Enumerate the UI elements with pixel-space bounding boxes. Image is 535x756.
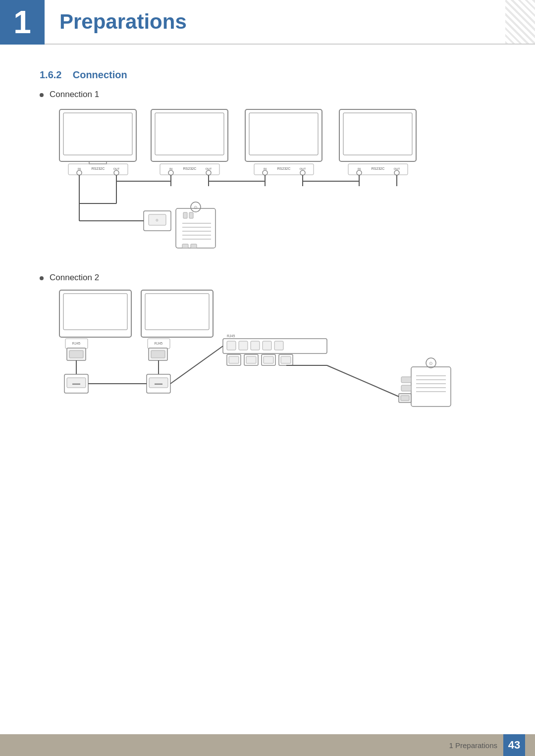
svg-line-109 [170, 346, 223, 384]
svg-text:OUT: OUT [394, 167, 400, 170]
page-footer: 1 Preparations 43 [0, 734, 535, 756]
connection2-svg: RJ45 RJ45 ▬▬ ▬▬ [54, 288, 461, 421]
svg-rect-98 [263, 341, 271, 350]
svg-rect-80 [69, 351, 83, 358]
page-number: 43 [503, 734, 525, 756]
svg-text:IN: IN [358, 167, 361, 170]
connection2-diagram: RJ45 RJ45 ▬▬ ▬▬ [54, 288, 495, 421]
bullet-dot [40, 93, 44, 97]
main-content: 1.6.2 Connection Connection 1 RS232C IN … [0, 45, 535, 456]
svg-rect-104 [246, 356, 256, 363]
header-stripe-decoration [505, 0, 535, 45]
svg-rect-37 [343, 113, 412, 155]
svg-rect-76 [145, 294, 209, 330]
svg-rect-108 [281, 356, 291, 363]
svg-rect-95 [227, 341, 236, 350]
svg-rect-15 [155, 113, 224, 155]
svg-rect-102 [229, 356, 239, 363]
svg-line-122 [327, 365, 399, 397]
svg-rect-1 [63, 113, 132, 155]
svg-text:RS232C: RS232C [372, 167, 384, 170]
svg-rect-61 [189, 212, 193, 218]
svg-rect-99 [274, 341, 283, 350]
svg-text:RJ45: RJ45 [72, 342, 80, 345]
svg-rect-74 [63, 294, 127, 330]
svg-rect-36 [339, 109, 416, 161]
svg-text:OUT: OUT [300, 167, 306, 170]
svg-text:⊙: ⊙ [156, 218, 159, 222]
svg-text:RS232C: RS232C [277, 167, 290, 170]
svg-rect-106 [264, 356, 273, 363]
section-heading: 1.6.2 Connection [40, 69, 495, 81]
svg-rect-26 [249, 113, 318, 155]
svg-text:RS232C: RS232C [183, 167, 196, 170]
svg-rect-85 [151, 351, 165, 358]
svg-rect-73 [59, 290, 131, 337]
svg-rect-14 [151, 109, 228, 161]
svg-text:⊙: ⊙ [194, 205, 198, 210]
svg-rect-97 [251, 341, 260, 350]
svg-rect-67 [182, 244, 188, 248]
page-header: 1 Preparations [0, 0, 535, 45]
svg-rect-59 [176, 208, 215, 248]
svg-text:⊙: ⊙ [429, 361, 433, 366]
connection1-label: Connection 1 [50, 90, 99, 100]
svg-rect-121 [401, 396, 409, 401]
connection1-diagram: RS232C IN OUT RS232C IN OUT [54, 104, 495, 258]
connection2-bullet: Connection 2 [40, 273, 495, 283]
svg-rect-96 [239, 341, 248, 350]
svg-rect-75 [141, 290, 213, 337]
chapter-number-block: 1 [0, 0, 45, 45]
svg-rect-60 [183, 212, 187, 218]
svg-rect-25 [245, 109, 322, 161]
svg-rect-110 [411, 367, 451, 406]
svg-text:RS232C: RS232C [92, 167, 105, 170]
connection1-bullet: Connection 1 [40, 90, 495, 100]
svg-text:RJ45: RJ45 [227, 334, 235, 338]
svg-text:▬▬: ▬▬ [155, 381, 162, 386]
svg-text:OUT: OUT [113, 167, 120, 170]
svg-rect-0 [59, 109, 136, 161]
svg-text:IN: IN [169, 167, 172, 170]
chapter-number: 1 [13, 6, 31, 38]
svg-rect-118 [401, 377, 411, 383]
footer-text: 1 Preparations [449, 741, 497, 750]
svg-text:RJ45: RJ45 [155, 342, 162, 345]
svg-text:IN: IN [78, 167, 81, 170]
chapter-title-block: Preparations [45, 0, 505, 45]
svg-text:IN: IN [264, 167, 267, 170]
svg-text:▬▬: ▬▬ [72, 381, 80, 386]
chapter-title: Preparations [59, 10, 187, 34]
svg-rect-68 [191, 244, 197, 248]
svg-rect-3 [89, 161, 107, 164]
bullet-dot-2 [40, 276, 44, 280]
svg-text:OUT: OUT [206, 167, 212, 170]
connection2-label: Connection 2 [50, 273, 99, 283]
svg-rect-119 [401, 385, 411, 391]
connection1-svg: RS232C IN OUT RS232C IN OUT [54, 104, 461, 258]
